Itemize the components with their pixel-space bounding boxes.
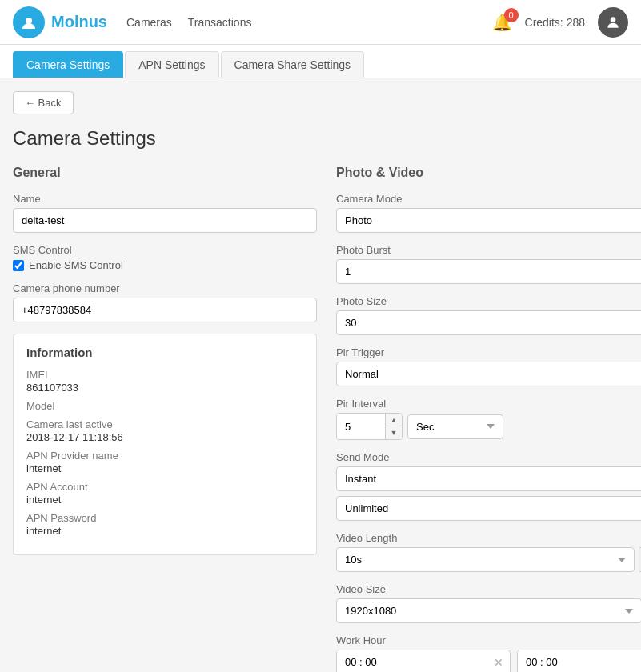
right-column: Photo & Video Camera Mode Photo Video Ph… [336, 166, 641, 672]
video-size-group: Video Size 1920x1080 1280x720 640x480 Pi… [336, 583, 641, 623]
imei-row: IMEI 861107033 [26, 369, 303, 394]
back-button-top[interactable]: ← Back [13, 91, 74, 114]
name-label: Name [13, 193, 317, 205]
nav-links: Cameras Transactions [126, 16, 251, 29]
apn-password-label: APN Password [26, 512, 303, 524]
sms-control-checkbox-row: Enable SMS Control [13, 259, 317, 271]
credits-label: Credits: 288 [525, 16, 585, 29]
video-size-row: 1920x1080 1280x720 640x480 Pixels [336, 598, 641, 623]
phone-group: Camera phone number [13, 282, 317, 322]
name-group: Name [13, 193, 317, 233]
work-hour-group: Work Hour ✕ ✕ Enable Work hour timer [336, 634, 641, 672]
user-avatar[interactable] [598, 7, 628, 38]
photo-size-row: 30 20 16 MP [336, 310, 641, 335]
apn-password-row: APN Password internet [26, 512, 303, 537]
work-hour-to-wrapper: ✕ [517, 650, 641, 672]
svg-point-1 [611, 17, 616, 22]
model-label: Model [26, 400, 303, 412]
pir-interval-label: Pir Interval [336, 398, 641, 410]
send-mode-select[interactable]: Instant Delayed [336, 466, 641, 491]
pir-interval-row: ▲ ▼ Sec Min [336, 413, 641, 440]
work-hour-from-clear[interactable]: ✕ [487, 656, 510, 669]
main-content: ← Back Camera Settings General Name SMS … [0, 78, 641, 672]
camera-mode-group: Camera Mode Photo Video Photo+Video [336, 193, 641, 233]
send-mode2-select[interactable]: Unlimited Limited [336, 496, 641, 521]
work-hour-from-wrapper: ✕ [336, 650, 511, 672]
phone-input[interactable] [13, 298, 317, 322]
last-active-value: 2018-12-17 11:18:56 [26, 431, 303, 443]
pir-interval-wrapper: ▲ ▼ [336, 413, 403, 440]
send-mode-group: Send Mode Instant Delayed Unlimited Limi… [336, 451, 641, 521]
logo-text: Molnus [51, 13, 107, 31]
video-length-row: 10s 20s 30s 60s Second [336, 547, 641, 572]
sms-control-group: SMS Control Enable SMS Control [13, 244, 317, 271]
sms-control-label: SMS Control [13, 244, 317, 256]
photo-burst-label: Photo Burst [336, 244, 641, 256]
information-box: Information IMEI 861107033 Model Camera … [13, 334, 317, 555]
send-mode-label: Send Mode [336, 451, 641, 463]
svg-point-0 [26, 18, 32, 24]
pir-interval-input[interactable] [337, 414, 385, 439]
pir-increment-button[interactable]: ▲ [386, 414, 402, 426]
pir-interval-unit-select[interactable]: Sec Min [407, 414, 503, 439]
pir-trigger-label: Pir Trigger [336, 346, 641, 358]
apn-password-value: internet [26, 525, 303, 537]
pir-trigger-select[interactable]: Normal High Low [336, 362, 641, 386]
apn-account-row: APN Account internet [26, 481, 303, 506]
work-hour-label: Work Hour [336, 634, 641, 646]
work-hour-to-input[interactable] [518, 650, 641, 672]
last-active-row: Camera last active 2018-12-17 11:18:56 [26, 418, 303, 443]
apn-provider-value: internet [26, 462, 303, 474]
video-length-label: Video Length [336, 532, 641, 544]
photo-burst-select[interactable]: 1 2 3 [336, 259, 641, 284]
pir-spinners: ▲ ▼ [385, 414, 402, 439]
phone-label: Camera phone number [13, 282, 317, 294]
name-input[interactable] [13, 208, 317, 233]
apn-account-value: internet [26, 494, 303, 506]
video-length-group: Video Length 10s 20s 30s 60s Second [336, 532, 641, 572]
header-right: 🔔 0 Credits: 288 [492, 7, 628, 38]
info-box-title: Information [26, 346, 303, 359]
apn-account-label: APN Account [26, 481, 303, 493]
photo-burst-group: Photo Burst 1 2 3 [336, 244, 641, 284]
video-size-select[interactable]: 1920x1080 1280x720 640x480 [336, 598, 641, 623]
tab-camera-settings[interactable]: Camera Settings [13, 51, 123, 78]
general-section-title: General [13, 166, 317, 180]
notification-badge: 0 [504, 8, 519, 22]
video-length-select[interactable]: 10s 20s 30s 60s [336, 547, 635, 572]
logo-area: Molnus [13, 6, 107, 38]
photo-size-label: Photo Size [336, 295, 641, 307]
sms-control-checkbox-label: Enable SMS Control [29, 259, 123, 271]
header: Molnus Cameras Transactions 🔔 0 Credits:… [0, 0, 641, 45]
camera-mode-select[interactable]: Photo Video Photo+Video [336, 208, 641, 233]
work-hour-row: ✕ ✕ [336, 650, 641, 672]
pir-trigger-group: Pir Trigger Normal High Low [336, 346, 641, 386]
imei-value: 861107033 [26, 382, 303, 394]
left-column: General Name SMS Control Enable SMS Cont… [13, 166, 317, 672]
imei-label: IMEI [26, 369, 303, 381]
tab-bar: Camera Settings APN Settings Camera Shar… [0, 45, 641, 78]
apn-provider-row: APN Provider name internet [26, 450, 303, 474]
nav-cameras[interactable]: Cameras [126, 16, 172, 29]
logo-icon[interactable] [13, 6, 45, 38]
work-hour-from-input[interactable] [337, 650, 487, 672]
video-size-label: Video Size [336, 583, 641, 595]
last-active-label: Camera last active [26, 418, 303, 430]
bell-area[interactable]: 🔔 0 [492, 13, 512, 32]
model-row: Model [26, 400, 303, 412]
pv-section-title: Photo & Video [336, 166, 641, 180]
pir-interval-group: Pir Interval ▲ ▼ Sec Min [336, 398, 641, 440]
photo-size-group: Photo Size 30 20 16 MP [336, 295, 641, 335]
two-column-layout: General Name SMS Control Enable SMS Cont… [13, 166, 628, 672]
page-title: Camera Settings [13, 127, 628, 150]
photo-size-select[interactable]: 30 20 16 [336, 310, 641, 335]
pir-decrement-button[interactable]: ▼ [386, 426, 402, 439]
tab-apn-settings[interactable]: APN Settings [125, 51, 218, 78]
apn-provider-label: APN Provider name [26, 450, 303, 462]
camera-mode-label: Camera Mode [336, 193, 641, 205]
tab-camera-share[interactable]: Camera Share Settings [221, 51, 365, 78]
sms-control-checkbox[interactable] [13, 260, 24, 271]
nav-transactions[interactable]: Transactions [188, 16, 252, 29]
